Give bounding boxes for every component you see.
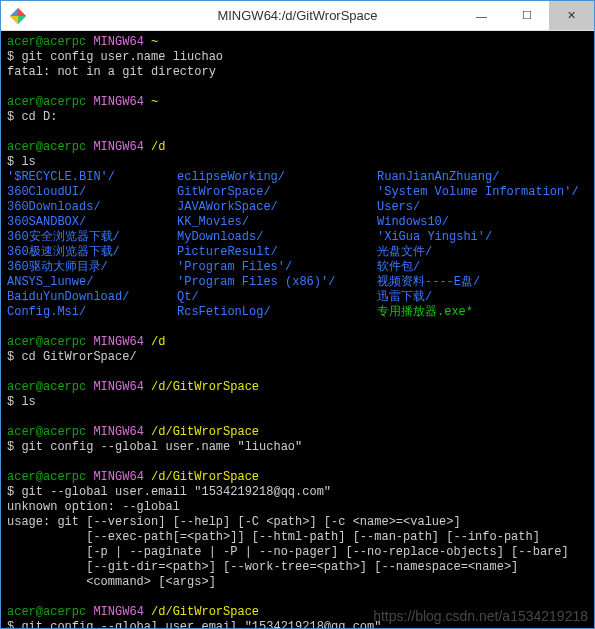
- svg-marker-3: [10, 16, 18, 24]
- ls-entry-exe: 专用播放器.exe*: [377, 305, 579, 320]
- ls-entry: 'System Volume Information'/: [377, 185, 579, 200]
- output-line: <command> [<args>]: [7, 575, 588, 590]
- ls-entry: MyDownloads/: [177, 230, 377, 245]
- command-line: $ git config user.name liuchao: [7, 50, 588, 65]
- maximize-button[interactable]: ☐: [504, 1, 549, 30]
- blank-line: [7, 410, 588, 425]
- ls-entry: ANSYS_lunwe/: [7, 275, 177, 290]
- blank-line: [7, 125, 588, 140]
- ls-entry: Windows10/: [377, 215, 579, 230]
- blank-line: [7, 455, 588, 470]
- command-line: $ cd D:: [7, 110, 588, 125]
- ls-entry: 视频资料----E盘/: [377, 275, 579, 290]
- ls-entry: 迅雷下载/: [377, 290, 579, 305]
- ls-entry: 360驱动大师目录/: [7, 260, 177, 275]
- app-icon: [9, 7, 27, 25]
- blank-line: [7, 80, 588, 95]
- blank-line: [7, 365, 588, 380]
- ls-entry: Config.Msi/: [7, 305, 177, 320]
- window-controls: — ☐ ✕: [459, 1, 594, 30]
- ls-entry: GitWrorSpace/: [177, 185, 377, 200]
- prompt-line: acer@acerpc MINGW64 /d: [7, 335, 588, 350]
- ls-entry: Users/: [377, 200, 579, 215]
- ls-entry: 软件包/: [377, 260, 579, 275]
- command-line: $ ls: [7, 155, 588, 170]
- ls-entry: 光盘文件/: [377, 245, 579, 260]
- ls-entry: RcsFetionLog/: [177, 305, 377, 320]
- prompt-line: acer@acerpc MINGW64 /d/GitWrorSpace: [7, 605, 588, 620]
- close-button[interactable]: ✕: [549, 1, 594, 30]
- output-line: usage: git [--version] [--help] [-C <pat…: [7, 515, 588, 530]
- command-line: $ git config --global user.name "liuchao…: [7, 440, 588, 455]
- output-line: [--exec-path[=<path>]] [--html-path] [--…: [7, 530, 588, 545]
- prompt-line: acer@acerpc MINGW64 /d/GitWrorSpace: [7, 380, 588, 395]
- output-line: [-p | --paginate | -P | --no-pager] [--n…: [7, 545, 588, 560]
- prompt-line: acer@acerpc MINGW64 /d: [7, 140, 588, 155]
- prompt-line: acer@acerpc MINGW64 /d/GitWrorSpace: [7, 470, 588, 485]
- terminal-body[interactable]: acer@acerpc MINGW64 ~$ git config user.n…: [1, 31, 594, 628]
- ls-entry: 360安全浏览器下载/: [7, 230, 177, 245]
- prompt-line: acer@acerpc MINGW64 /d/GitWrorSpace: [7, 425, 588, 440]
- ls-entry: 360极速浏览器下载/: [7, 245, 177, 260]
- ls-entry: '$RECYCLE.BIN'/: [7, 170, 177, 185]
- blank-line: [7, 320, 588, 335]
- ls-entry: KK_Movies/: [177, 215, 377, 230]
- command-line: $ ls: [7, 395, 588, 410]
- ls-entry: Qt/: [177, 290, 377, 305]
- ls-entry: PictureResult/: [177, 245, 377, 260]
- blank-line: [7, 590, 588, 605]
- command-line: $ cd GitWrorSpace/: [7, 350, 588, 365]
- ls-output: '$RECYCLE.BIN'/360CloudUI/360Downloads/3…: [7, 170, 588, 320]
- ls-entry: 'Program Files (x86)'/: [177, 275, 377, 290]
- titlebar: MINGW64:/d/GitWrorSpace — ☐ ✕: [1, 1, 594, 31]
- ls-entry: 'XiGua Yingshi'/: [377, 230, 579, 245]
- svg-marker-2: [18, 16, 26, 24]
- svg-marker-1: [18, 8, 26, 16]
- ls-entry: BaiduYunDownload/: [7, 290, 177, 305]
- output-line: [--git-dir=<path>] [--work-tree=<path>] …: [7, 560, 588, 575]
- terminal-window: MINGW64:/d/GitWrorSpace — ☐ ✕ acer@acerp…: [0, 0, 595, 629]
- ls-entry: 360CloudUI/: [7, 185, 177, 200]
- command-line: $ git --global user.email "1534219218@qq…: [7, 485, 588, 500]
- ls-entry: 360SANDBOX/: [7, 215, 177, 230]
- prompt-line: acer@acerpc MINGW64 ~: [7, 35, 588, 50]
- ls-entry: RuanJianAnZhuang/: [377, 170, 579, 185]
- minimize-button[interactable]: —: [459, 1, 504, 30]
- ls-entry: JAVAWorkSpace/: [177, 200, 377, 215]
- output-line: unknown option: --global: [7, 500, 588, 515]
- ls-entry: 360Downloads/: [7, 200, 177, 215]
- ls-entry: 'Program Files'/: [177, 260, 377, 275]
- command-line: $ git config --global user.email "153421…: [7, 620, 588, 628]
- prompt-line: acer@acerpc MINGW64 ~: [7, 95, 588, 110]
- ls-entry: eclipseWorking/: [177, 170, 377, 185]
- output-line: fatal: not in a git directory: [7, 65, 588, 80]
